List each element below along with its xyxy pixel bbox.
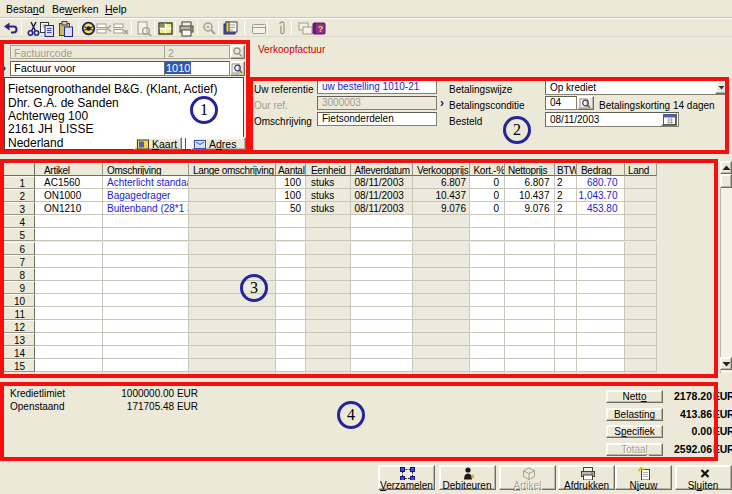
svg-text:?: ?	[318, 24, 324, 34]
